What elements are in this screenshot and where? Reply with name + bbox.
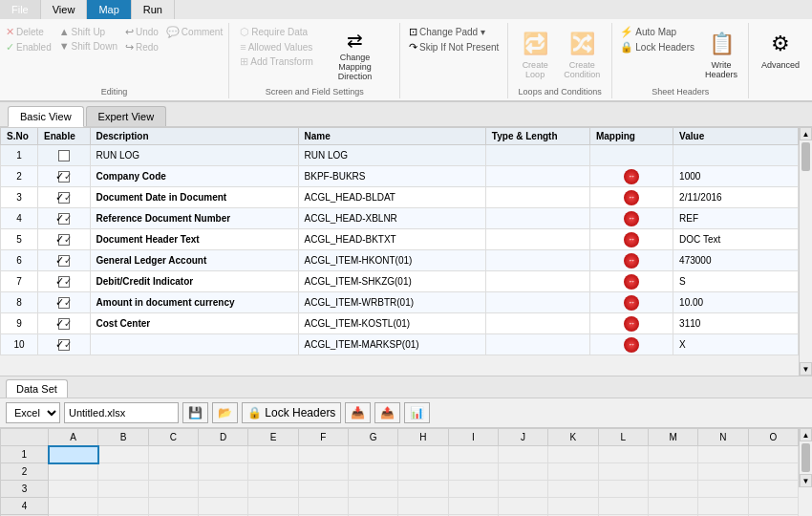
- cell[interactable]: [698, 446, 748, 463]
- open-button[interactable]: 📂: [212, 402, 238, 423]
- scroll-track[interactable]: [800, 140, 812, 362]
- col-header-f[interactable]: F: [298, 429, 348, 446]
- cell[interactable]: [448, 446, 498, 463]
- cell[interactable]: [49, 463, 98, 481]
- enable-checkbox[interactable]: ✓: [58, 318, 70, 330]
- cell[interactable]: [548, 446, 598, 463]
- write-headers-button[interactable]: 📋 WriteHeaders: [699, 25, 743, 83]
- col-header-o[interactable]: O: [748, 429, 798, 446]
- col-header-l[interactable]: L: [598, 429, 648, 446]
- cell-enable[interactable]: ✓: [38, 292, 91, 313]
- require-data-button[interactable]: ⬡ Require Data: [237, 25, 316, 39]
- ss-scroll-down[interactable]: ▼: [800, 474, 812, 487]
- cell[interactable]: [498, 446, 547, 463]
- lock-headers-ds-button[interactable]: 🔒 Lock Headers: [242, 402, 341, 423]
- enable-checkbox[interactable]: [58, 150, 70, 161]
- cell[interactable]: [348, 498, 397, 515]
- cell[interactable]: [648, 481, 697, 498]
- cell[interactable]: [598, 446, 648, 463]
- col-header-i[interactable]: I: [448, 429, 498, 446]
- cell-enable[interactable]: ✓: [38, 271, 91, 292]
- cell[interactable]: [598, 463, 648, 481]
- cell[interactable]: [648, 498, 697, 515]
- file-type-select[interactable]: Excel: [6, 402, 60, 423]
- col-header-k[interactable]: K: [548, 429, 598, 446]
- cell-mapping[interactable]: ↔: [589, 292, 673, 313]
- col-header-j[interactable]: J: [498, 429, 547, 446]
- cell-mapping[interactable]: ↔: [589, 229, 673, 250]
- cell-enable[interactable]: ✓: [38, 334, 91, 355]
- cell-enable[interactable]: ✓: [38, 166, 91, 187]
- tab-basic-view[interactable]: Basic View: [8, 106, 84, 127]
- ss-scroll-up[interactable]: ▲: [800, 428, 812, 441]
- cell[interactable]: [148, 498, 198, 515]
- cell[interactable]: [98, 463, 148, 481]
- add-transform-button[interactable]: ⊞ Add Transform: [237, 54, 316, 69]
- enable-checkbox[interactable]: ✓: [58, 276, 70, 288]
- cell-enable[interactable]: ✓: [38, 187, 91, 208]
- cell[interactable]: [248, 481, 298, 498]
- cell[interactable]: [748, 498, 798, 515]
- enable-checkbox[interactable]: ✓: [58, 171, 70, 183]
- cell[interactable]: [598, 481, 648, 498]
- col-header-e[interactable]: E: [248, 429, 298, 446]
- cell-enable[interactable]: ✓: [38, 208, 91, 229]
- mapping-icon[interactable]: ↔: [624, 337, 639, 353]
- cell-mapping[interactable]: ↔: [589, 208, 673, 229]
- undo-button[interactable]: ↩ Undo: [122, 25, 161, 39]
- delete-button[interactable]: ✕ Delete: [3, 25, 54, 39]
- vertical-scrollbar[interactable]: ▲ ▼: [799, 127, 812, 376]
- col-header-n[interactable]: N: [698, 429, 748, 446]
- cell[interactable]: [298, 481, 348, 498]
- create-loop-button[interactable]: 🔁 CreateLoop: [514, 25, 556, 83]
- col-header-a[interactable]: A: [49, 429, 98, 446]
- cell[interactable]: [198, 446, 247, 463]
- cell[interactable]: [448, 463, 498, 481]
- mapping-icon[interactable]: ↔: [624, 190, 639, 205]
- mapping-icon[interactable]: ↔: [624, 316, 639, 332]
- mapping-icon[interactable]: ↔: [624, 169, 639, 184]
- cell-mapping[interactable]: ↔: [589, 250, 673, 271]
- cell[interactable]: [398, 481, 448, 498]
- export-button[interactable]: 📤: [374, 402, 400, 423]
- cell-mapping[interactable]: ↔: [589, 313, 673, 334]
- cell[interactable]: [298, 446, 348, 463]
- cell[interactable]: [148, 481, 198, 498]
- cell[interactable]: [398, 446, 448, 463]
- cell[interactable]: [298, 498, 348, 515]
- cell-mapping[interactable]: ↔: [589, 166, 673, 187]
- cell-mapping[interactable]: ↔: [589, 334, 673, 355]
- cell[interactable]: [748, 481, 798, 498]
- cell[interactable]: [498, 481, 547, 498]
- save-button[interactable]: 💾: [182, 402, 208, 423]
- advanced-button[interactable]: ⚙ Advanced: [756, 25, 805, 74]
- tab-run[interactable]: Run: [132, 0, 175, 19]
- cell[interactable]: [298, 463, 348, 481]
- cell[interactable]: [398, 498, 448, 515]
- enable-checkbox[interactable]: ✓: [58, 234, 70, 246]
- allowed-values-button[interactable]: ≡ Allowed Values: [237, 40, 316, 54]
- scroll-up-button[interactable]: ▲: [800, 127, 812, 140]
- cell[interactable]: [698, 463, 748, 481]
- enable-checkbox[interactable]: ✓: [58, 339, 70, 351]
- cell-enable[interactable]: ✓: [38, 229, 91, 250]
- cell[interactable]: [348, 463, 397, 481]
- cell[interactable]: [198, 498, 247, 515]
- scroll-thumb[interactable]: [801, 142, 810, 171]
- tab-file[interactable]: File: [0, 0, 41, 19]
- cell[interactable]: [248, 498, 298, 515]
- col-header-d[interactable]: D: [198, 429, 247, 446]
- mapping-icon[interactable]: ↔: [624, 274, 639, 290]
- mapping-icon[interactable]: ↔: [624, 253, 639, 269]
- cell-enable[interactable]: [38, 145, 91, 166]
- change-mapping-direction-button[interactable]: ⇄ ChangeMapping Direction: [318, 25, 392, 85]
- col-header-b[interactable]: B: [98, 429, 148, 446]
- skip-if-not-present-button[interactable]: ↷ Skip If Not Present: [406, 40, 502, 54]
- cell-mapping[interactable]: ↔: [589, 271, 673, 292]
- cell[interactable]: [498, 463, 547, 481]
- cell[interactable]: [198, 481, 247, 498]
- cell[interactable]: [248, 446, 298, 463]
- lock-headers-button[interactable]: 🔒 Lock Headers: [617, 40, 697, 54]
- cell[interactable]: [49, 498, 98, 515]
- col-header-h[interactable]: H: [398, 429, 448, 446]
